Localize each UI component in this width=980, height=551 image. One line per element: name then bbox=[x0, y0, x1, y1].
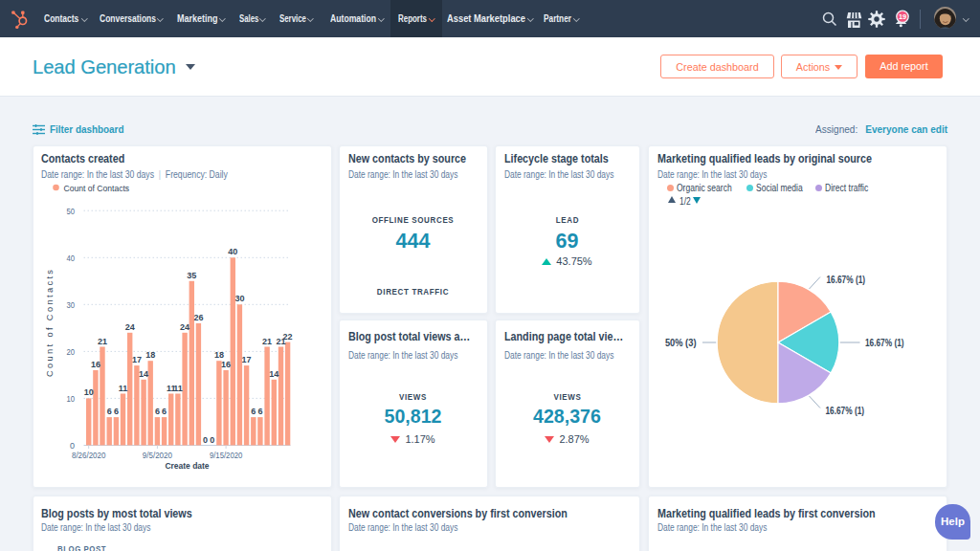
svg-text:11: 11 bbox=[118, 384, 127, 393]
svg-text:9/15/2020: 9/15/2020 bbox=[209, 450, 241, 460]
svg-text:10: 10 bbox=[83, 387, 93, 397]
svg-text:16.67% (1): 16.67% (1) bbox=[825, 406, 864, 416]
svg-text:14: 14 bbox=[139, 369, 148, 379]
svg-text:18: 18 bbox=[145, 350, 155, 360]
svg-text:6: 6 bbox=[106, 407, 111, 416]
svg-text:17: 17 bbox=[131, 355, 141, 364]
svg-text:40: 40 bbox=[228, 247, 237, 256]
svg-text:0: 0 bbox=[203, 435, 208, 445]
svg-text:20: 20 bbox=[66, 347, 75, 357]
svg-text:35: 35 bbox=[187, 271, 196, 280]
svg-text:50: 50 bbox=[66, 207, 75, 216]
svg-text:11: 11 bbox=[173, 384, 183, 393]
svg-text:24: 24 bbox=[124, 322, 134, 332]
svg-text:6: 6 bbox=[154, 407, 159, 416]
svg-text:19: 19 bbox=[899, 12, 906, 21]
svg-text:18: 18 bbox=[213, 350, 223, 360]
svg-text:30: 30 bbox=[234, 294, 244, 303]
svg-text:30: 30 bbox=[66, 300, 75, 310]
svg-text:6: 6 bbox=[257, 407, 262, 416]
svg-text:21: 21 bbox=[262, 337, 272, 346]
svg-text:50% (3): 50% (3) bbox=[664, 338, 696, 348]
svg-text:10: 10 bbox=[66, 394, 75, 404]
svg-text:Count of Contacts: Count of Contacts bbox=[63, 183, 129, 193]
svg-text:16.67% (1): 16.67% (1) bbox=[865, 338, 904, 348]
svg-text:21: 21 bbox=[97, 337, 106, 346]
svg-text:6: 6 bbox=[162, 407, 167, 416]
svg-text:26: 26 bbox=[193, 313, 203, 322]
svg-text:9/5/2020: 9/5/2020 bbox=[142, 450, 171, 460]
svg-text:24: 24 bbox=[180, 322, 189, 332]
svg-text:22: 22 bbox=[282, 332, 292, 342]
svg-text:Count of Contacts: Count of Contacts bbox=[44, 270, 54, 377]
svg-text:16.67% (1): 16.67% (1) bbox=[826, 275, 865, 285]
svg-text:8/26/2020: 8/26/2020 bbox=[71, 450, 105, 460]
svg-text:17: 17 bbox=[241, 355, 251, 364]
svg-text:0: 0 bbox=[210, 435, 214, 445]
svg-text:14: 14 bbox=[269, 369, 278, 379]
svg-text:16: 16 bbox=[90, 360, 100, 369]
svg-text:6: 6 bbox=[251, 407, 256, 416]
svg-text:40: 40 bbox=[66, 253, 75, 263]
svg-text:16: 16 bbox=[221, 360, 231, 369]
svg-text:Create date: Create date bbox=[165, 460, 209, 471]
svg-text:6: 6 bbox=[113, 407, 118, 416]
